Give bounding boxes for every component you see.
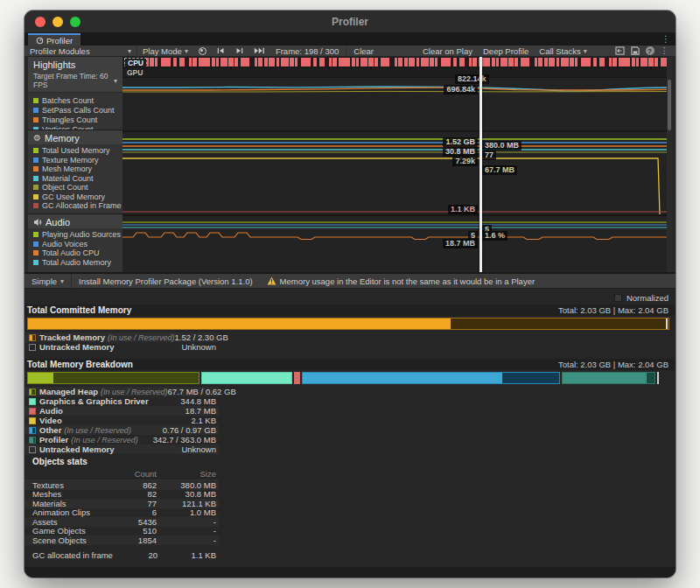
gc-allocated-row[interactable]: GC allocated in frame201.1 KB [24,551,219,561]
toolbar-menu-icon[interactable]: ⋮ [661,46,669,55]
chevron-down-icon: ▾ [128,47,131,55]
untracked-memory-row[interactable]: Untracked Memory Unknown [24,342,219,352]
cpu-track-label[interactable]: CPU [124,58,147,67]
table-row[interactable]: Materials77121.1 KB [24,499,219,508]
legend-item[interactable]: SetPass Calls Count [28,105,122,115]
legend-item[interactable]: Triangles Count [28,115,122,124]
frame-playhead[interactable] [480,57,482,272]
legend-item[interactable]: Total Audio Memory [28,258,122,268]
row-label: Untracked Memory [39,444,115,454]
save-profile-icon[interactable] [631,46,640,55]
stat-size: 1.0 MB [157,508,216,517]
normalized-checkbox[interactable] [614,294,622,302]
segment-managed-heap[interactable] [27,372,200,384]
chart-scrollbar[interactable] [667,57,672,272]
row-label: Graphics & Graphics Driver [39,396,149,406]
legend-item[interactable]: GC Allocated in Frame [28,201,122,211]
legend-item[interactable]: Total Used Memory [28,146,122,156]
chart-scrollbar-thumb[interactable] [668,80,671,130]
marker-texture-memory: 380.0 MB [482,141,522,150]
segment-fill [563,373,648,383]
normalized-label[interactable]: Normalized [626,293,668,303]
gpu-track-label[interactable]: GPU [124,68,145,77]
play-mode-label: Play Mode [143,46,182,56]
record-button[interactable] [193,46,212,57]
current-frame-button[interactable] [248,46,270,57]
legend-item[interactable]: Object Count [28,183,122,192]
memory-breakdown-bar[interactable] [27,372,669,384]
profiler-swatch [29,437,36,444]
module-memory[interactable]: ⚙Memory Total Used Memory Texture Memory… [28,130,122,214]
help-icon[interactable]: ? [646,46,654,55]
marker-total-used: 1.52 GB [443,137,478,147]
table-row[interactable]: Animation Clips61.0 MB [24,508,219,518]
stat-size: - [157,526,216,536]
details-toolbar: Simple ▾ Install Memory Profiler Package… [24,274,676,289]
tab-menu-icon[interactable]: ⋮ [662,34,670,44]
module-title: Highlights [33,60,75,70]
graphics-row[interactable]: Graphics & Graphics Driver 344.8 MB [24,396,219,406]
call-stacks-dropdown[interactable]: Call Stacks ▾ [534,46,592,57]
legend-label: GC Used Memory [42,192,105,201]
module-highlights[interactable]: Highlights Target Frame Time: 60 FPS ▾ B… [28,57,122,130]
legend-item[interactable]: Material Count [28,174,122,184]
play-mode-dropdown[interactable]: Play Mode ▾ [137,46,193,57]
load-profile-icon[interactable] [615,46,625,55]
row-note: (In use / Reserved) [108,333,175,342]
legend-item[interactable]: Texture Memory [28,156,122,165]
managed-heap-row[interactable]: Managed Heap (In use / Reserved) 67.7 MB… [24,387,219,396]
clear-on-play-button[interactable]: Clear on Play [417,46,478,57]
committed-memory-bar[interactable] [27,318,669,330]
table-row[interactable]: Meshes8230.8 MB [24,490,219,500]
profiler-modules-dropdown[interactable]: Profiler Modules ▾ [24,46,137,57]
next-frame-button[interactable] [230,46,248,57]
gpu-activity-row[interactable]: GPU [122,67,667,78]
tab-profiler[interactable]: Profiler [28,33,80,46]
audio-row[interactable]: Audio 18.7 MB [24,406,219,416]
table-row[interactable]: Scene Objects1854- [24,536,219,545]
table-row[interactable]: Game Objects510- [24,527,219,536]
series-swatch [33,166,38,172]
legend-item[interactable]: Audio Voices [28,240,122,249]
details-view-dropdown[interactable]: Simple ▾ [24,274,72,289]
legend-label: GC Allocated in Frame [42,201,122,210]
stat-name: Materials [32,499,111,508]
chart-plots[interactable]: CPU GPU 822.14k 696.84k [122,57,667,272]
module-audio[interactable]: Audio Playing Audio Sources Audio Voices… [28,214,122,272]
other-row[interactable]: Other (In use / Reserved) 0.76 / 0.97 GB [24,425,219,435]
video-swatch [29,417,36,424]
table-row[interactable]: Assets5436- [24,517,219,527]
clear-button[interactable]: Clear [348,46,379,57]
legend-item[interactable]: Total Audio CPU [28,248,122,258]
table-row[interactable]: Textures862380.0 MB [24,480,219,490]
segment-other[interactable] [302,372,560,384]
video-row[interactable]: Video 2.1 KB [24,416,219,425]
deep-profile-button[interactable]: Deep Profile [478,46,534,57]
highlights-chart[interactable]: 822.14k 696.84k [122,78,667,130]
legend-item[interactable]: Vertices Count [28,124,122,130]
tracked-memory-row[interactable]: Tracked Memory (In use / Reserved) 1.52 … [24,332,219,342]
stat-name: Assets [32,517,111,527]
untracked-row[interactable]: Untracked Memory Unknown [24,444,219,454]
cpu-activity-row[interactable]: CPU [122,57,667,67]
legend-item[interactable]: GC Used Memory [28,192,122,202]
row-note: (In use / Reserved) [71,436,138,444]
segment-profiler[interactable] [562,372,655,384]
legend-item[interactable]: Playing Audio Sources [28,230,122,240]
previous-frame-button[interactable] [212,46,230,57]
segment-graphics[interactable] [201,372,292,384]
module-title: Memory [45,133,80,144]
legend-label: Playing Audio Sources [42,230,121,239]
legend-item[interactable]: Mesh Memory [28,164,122,174]
install-memory-profiler-button[interactable]: Install Memory Profiler Package (Version… [72,274,260,289]
segment-audio[interactable] [294,372,300,384]
legend-item[interactable]: Batches Count [28,95,122,105]
legend-label: Batches Count [42,96,94,105]
memory-chart[interactable]: 1.52 GB 380.0 MB 30.8 MB 77 7.29k 67.7 M… [122,130,667,214]
marker-gc-used: 67.7 MB [482,165,517,175]
target-frame-time-dropdown[interactable]: Target Frame Time: 60 FPS ▾ [28,71,122,93]
audio-chart[interactable]: 5 5 1.6 % 18.7 MB [122,214,667,272]
row-value: 18.7 MB [186,406,216,416]
profiler-row[interactable]: Profiler (In use / Reserved) 342.7 / 363… [24,435,219,444]
chevron-down-icon: ▾ [114,77,117,85]
